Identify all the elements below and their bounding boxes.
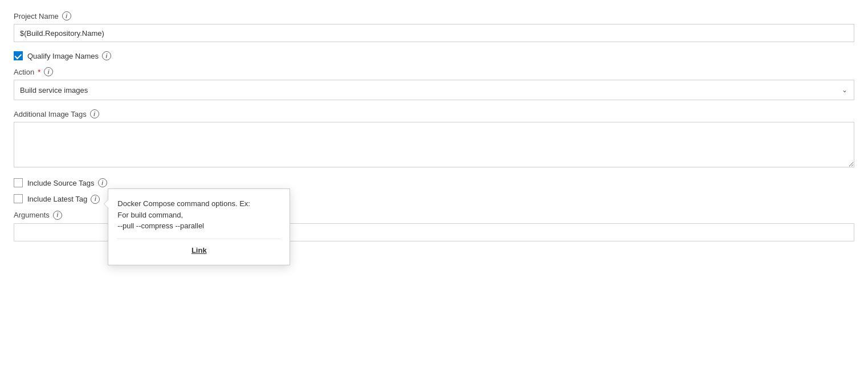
include-source-tags-checkbox[interactable] [14,178,23,187]
tooltip-link[interactable]: Link [117,239,280,256]
include-latest-tag-label: Include Latest Tag [27,195,87,203]
tooltip-popup: Docker Compose command options. Ex: For … [108,188,290,265]
additional-image-tags-textarea[interactable] [14,122,854,167]
tooltip-line3: --pull --compress --parallel [117,222,204,230]
project-name-info-icon[interactable]: i [62,11,71,20]
include-latest-tag-checkbox[interactable] [14,194,23,203]
qualify-image-names-row: Qualify Image Names i [14,51,854,60]
tooltip-text: Docker Compose command options. Ex: For … [117,198,280,232]
tooltip-tail-inner [104,200,108,208]
include-latest-tag-tooltip-container: i Docker Compose command options. Ex: Fo… [91,194,100,204]
project-name-group: Project Name i [14,11,854,42]
include-source-tags-info-icon[interactable]: i [98,178,107,187]
action-info-icon[interactable]: i [44,67,53,76]
tooltip-line1: Docker Compose command options. Ex: [117,199,250,208]
tooltip-tail [104,199,108,208]
qualify-image-names-checkbox[interactable] [14,51,23,60]
arguments-label: Arguments [14,211,50,219]
include-source-tags-label: Include Source Tags [27,179,95,187]
arguments-info-icon[interactable]: i [53,211,62,220]
include-source-tags-row: Include Source Tags i [14,178,854,187]
tooltip-line2: For build command, [117,211,183,219]
action-label: Action * i [14,67,854,76]
include-latest-tag-info-icon[interactable]: i [91,195,100,204]
qualify-image-names-label: Qualify Image Names [27,52,99,60]
additional-image-tags-group: Additional Image Tags i [14,109,854,169]
action-required-marker: * [38,68,40,76]
action-select[interactable]: Build service images Push service images… [14,80,854,100]
additional-image-tags-info-icon[interactable]: i [90,109,99,118]
project-name-input[interactable] [14,24,854,42]
include-latest-tag-row: Include Latest Tag i Docker Compose comm… [14,194,854,204]
additional-image-tags-label: Additional Image Tags i [14,109,854,118]
action-select-wrapper: Build service images Push service images… [14,80,854,100]
project-name-label: Project Name i [14,11,854,20]
action-group: Action * i Build service images Push ser… [14,67,854,100]
qualify-image-names-info-icon[interactable]: i [102,51,111,60]
